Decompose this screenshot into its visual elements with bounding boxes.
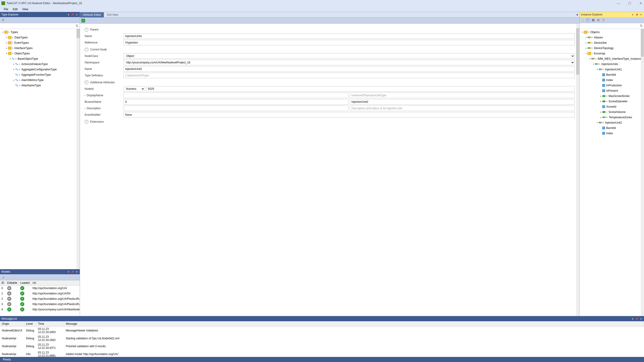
minimize-button[interactable]: — — [616, 1, 621, 5]
models-row[interactable]: 0✕✓http://opcfoundation.org/UA/ — [0, 286, 80, 291]
tree-row[interactable]: ▸0DataTypes — [0, 35, 80, 40]
tree-expander[interactable]: ▾ — [581, 31, 584, 33]
tree-row[interactable]: ▾4InjectionUnit1 — [580, 67, 644, 72]
tree-row[interactable]: ▸0EventTypes — [0, 40, 80, 45]
tree-expander[interactable]: ▸ — [12, 68, 15, 71]
models-table[interactable]: ID Editable Loaded Uri 0✕✓http://opcfoun… — [0, 280, 80, 316]
nodeclass-select[interactable]: Object — [124, 53, 575, 59]
tree-collapse-icon[interactable] — [2, 18, 6, 22]
message-close-icon[interactable]: ✕ — [639, 317, 642, 320]
tab-attribute-editor[interactable]: Attribute Editor — [80, 12, 104, 17]
tree-expander[interactable]: ▸ — [585, 36, 588, 39]
tree-expander[interactable]: ▾ — [9, 58, 12, 60]
type-explorer-dropdown-icon[interactable]: ▾ — [67, 13, 70, 16]
tree-row[interactable]: ▸1DeviceSet — [580, 40, 644, 45]
tree-row[interactable]: 0AggregateFunctionType — [0, 72, 80, 77]
msg-col-time[interactable]: Time — [36, 321, 64, 327]
tree-row[interactable]: ▾4InjectionUnits — [580, 61, 644, 67]
eventnotifier-input[interactable] — [124, 112, 575, 118]
models-dropdown-icon[interactable]: ▾ — [67, 270, 70, 273]
models-edit-icon[interactable] — [2, 275, 6, 279]
section-additional[interactable]: ⌃ Additional Attributes — [84, 81, 575, 84]
tree-expander[interactable]: ▸ — [585, 42, 588, 44]
browsename-ns-input[interactable] — [124, 99, 348, 105]
tree-row[interactable]: Index — [580, 77, 644, 83]
message-row[interactable]: NodesetApiInfo03.11.23 12:22:21.6991Adde… — [0, 350, 644, 357]
chevron-up-icon[interactable]: ⌃ — [84, 120, 88, 124]
tree-row[interactable]: ▸4ScrewVolume — [580, 109, 644, 115]
tree-expander[interactable]: ▾ — [596, 68, 598, 71]
tree-row[interactable]: IsPresent — [580, 88, 644, 93]
models-col-uri[interactable]: Uri — [31, 280, 80, 286]
tree-row[interactable]: ▾4Euromap — [580, 51, 644, 56]
maximize-button[interactable]: ☐ — [627, 1, 632, 5]
type-tree-scrollbar[interactable] — [76, 29, 80, 269]
nodeid-input[interactable] — [146, 86, 575, 92]
instance-close-icon[interactable]: ✕ — [639, 13, 642, 16]
msg-col-origin[interactable]: Origin — [0, 321, 24, 327]
tree-expander[interactable]: ▸ — [5, 47, 8, 49]
tree-row[interactable]: InProduction — [580, 83, 644, 88]
namespace-select[interactable]: http://yourcompany.com/UA/NewNodesetProj… — [124, 60, 575, 65]
tree-expander[interactable]: ▸ — [12, 79, 15, 81]
description-lang-input[interactable] — [124, 106, 348, 111]
attribute-scrollbar[interactable] — [576, 24, 579, 316]
tree-row[interactable]: 0AliasNameType — [0, 83, 80, 88]
tree-row[interactable]: ▸0AggregateConfigurationType — [0, 67, 80, 72]
browsename-input[interactable] — [350, 99, 575, 105]
tree-row[interactable]: ▾4InjectionUnit2 — [580, 120, 644, 125]
tree-expander[interactable]: ▸ — [5, 36, 8, 39]
models-row[interactable]: 2✕✓http://opcfoundation.org/UA/PlasticsR… — [0, 296, 80, 302]
models-row[interactable]: 1✕✓http://opcfoundation.org/UA/DI/ — [0, 291, 80, 296]
tree-expander[interactable]: ▸ — [600, 100, 602, 103]
instance-new-icon[interactable] — [581, 18, 585, 22]
tree-row[interactable]: ScrewId — [580, 104, 644, 109]
search-icon[interactable] — [639, 23, 644, 28]
attribute-dropdown-icon[interactable]: ▾ — [575, 12, 579, 17]
current-name-input[interactable] — [124, 66, 575, 72]
type-explorer-search-input[interactable] — [0, 23, 75, 29]
tree-row[interactable]: ▸1DeviceTopology — [580, 45, 644, 51]
tree-expander[interactable]: ▾ — [5, 52, 8, 55]
msg-col-message[interactable]: Message — [64, 321, 644, 327]
models-col-id[interactable]: ID — [0, 280, 6, 286]
instance-delete-icon[interactable] — [596, 18, 600, 22]
tree-expander[interactable]: ▸ — [600, 111, 602, 113]
tab-xml-view[interactable]: Xml View — [104, 12, 121, 17]
message-table[interactable]: Origin Level Time Message NodesetEditorU… — [0, 321, 644, 357]
parent-reference-input[interactable] — [124, 40, 575, 45]
instance-dropdown-icon[interactable]: ▾ — [631, 13, 634, 16]
tree-row[interactable]: ▾0BaseObjectType — [0, 56, 80, 61]
chevron-up-icon[interactable]: ⌃ — [84, 48, 88, 51]
instance-refresh-icon[interactable] — [601, 18, 606, 22]
tree-row[interactable]: ▸0AlarmMetricsType — [0, 77, 80, 83]
tree-row[interactable]: ▸4TemperatureZones — [580, 115, 644, 120]
message-dropdown-icon[interactable]: ▾ — [631, 317, 634, 320]
models-col-editable[interactable]: Editable — [6, 280, 19, 286]
tree-expander[interactable]: ▾ — [596, 122, 598, 124]
instance-explorer-tree[interactable]: ▾0Objects▸0Aliases▸1DeviceSet▸1DeviceTop… — [580, 29, 644, 316]
section-parent[interactable]: ⌃ Parent — [84, 28, 575, 31]
message-row[interactable]: NodesetApiDebug03.11.23 12:22:18.4371Fin… — [0, 342, 644, 350]
tree-expander[interactable]: ▾ — [585, 52, 588, 55]
tree-row[interactable]: ▸2ActiveJobValuesType — [0, 61, 80, 67]
displayname-lang-input[interactable] — [124, 93, 348, 98]
search-icon[interactable] — [75, 23, 80, 28]
instance-pin-icon[interactable]: 📌 — [635, 13, 638, 16]
models-row[interactable]: 4✓✓http://yourcompany.com/UA/NewNodese… — [0, 307, 80, 312]
tree-row[interactable]: ▸0Aliases — [580, 35, 644, 40]
tree-row[interactable]: ▾0Types — [0, 29, 80, 35]
menu-edit[interactable]: Edit — [10, 7, 20, 11]
message-pin-icon[interactable]: 📌 — [635, 317, 638, 320]
menu-view[interactable]: View — [20, 7, 30, 11]
tree-row[interactable]: BarrelId — [580, 125, 644, 131]
menu-file[interactable]: File — [2, 7, 10, 11]
tree-expander[interactable]: ▸ — [12, 63, 15, 65]
close-button[interactable]: ✕ — [638, 1, 643, 5]
models-pin-icon[interactable]: 📌 — [71, 270, 74, 273]
models-row[interactable]: 3✕✓http://opcfoundation.org/UA/PlasticsR… — [0, 302, 80, 307]
tree-row[interactable]: ▾4IMM_MES_InterfaceType_Instance — [580, 56, 644, 61]
displayname-input[interactable] — [350, 93, 575, 98]
tree-expander[interactable]: ▸ — [600, 116, 602, 119]
instance-tree-icon[interactable] — [586, 18, 590, 22]
